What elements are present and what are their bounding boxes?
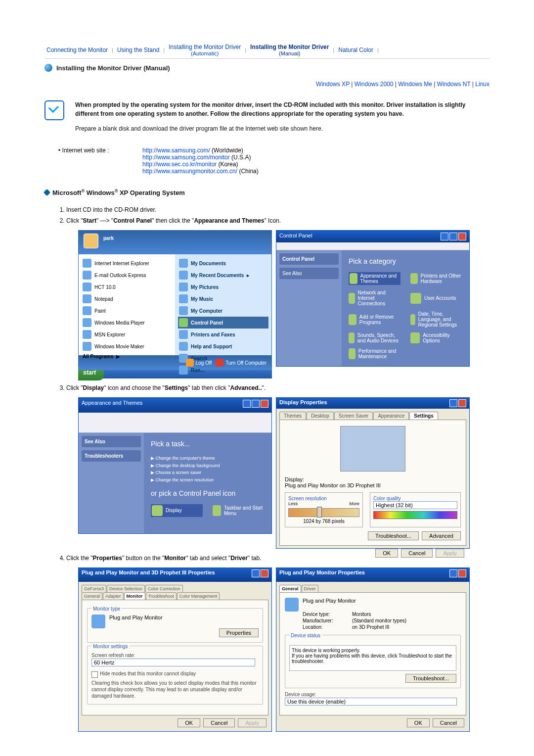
close-icon[interactable]: [261, 569, 268, 577]
apply-button[interactable]: Apply: [238, 718, 267, 727]
nav-install-auto-label: Installing the Monitor Driver: [169, 44, 241, 50]
cp-cat-appearance[interactable]: Appearance and Themes: [349, 272, 400, 285]
tab-colorcorr[interactable]: Color Correction: [145, 585, 183, 592]
logoff-button[interactable]: Log Off: [186, 359, 212, 367]
tab-colormgmt[interactable]: Color Management: [177, 592, 220, 600]
os-link-2000[interactable]: Windows 2000: [355, 81, 394, 88]
nav-connecting[interactable]: Connecting the Monitor: [44, 47, 110, 53]
nav-install-auto[interactable]: Installing the Monitor Driver (Automatic…: [167, 44, 243, 56]
task-item[interactable]: ▶ Change the desktop background: [151, 462, 265, 469]
tab-devsel[interactable]: Device Selection: [107, 585, 145, 592]
tab-general[interactable]: General: [279, 585, 301, 592]
sm-item[interactable]: My Computer: [178, 305, 268, 317]
sm-item[interactable]: E-mail Outlook Express: [82, 269, 172, 281]
res-label: Screen resolution: [288, 496, 359, 501]
section-title: Microsoft® Windows® XP Operating System: [52, 189, 185, 196]
link-usa[interactable]: http://www.samsung.com/monitor: [142, 154, 230, 161]
tab-settings[interactable]: Settings: [409, 412, 438, 420]
nav-natural-color[interactable]: Natural Color: [336, 47, 375, 53]
ok-button[interactable]: OK: [407, 718, 430, 727]
tab-driver[interactable]: Driver: [302, 585, 318, 592]
tab-appearance[interactable]: Appearance: [373, 412, 409, 420]
sm-item[interactable]: My Pictures: [178, 281, 268, 293]
close-icon[interactable]: [261, 400, 268, 408]
start-user: park: [79, 231, 271, 254]
min-icon[interactable]: [441, 233, 448, 240]
sm-control-panel[interactable]: Control Panel: [178, 317, 268, 329]
cp-sidebar: See Also: [279, 268, 339, 279]
cancel-button[interactable]: Cancel: [203, 718, 235, 727]
nav-install-manual-sub: (Manual): [250, 50, 329, 56]
help-icon[interactable]: [449, 399, 457, 407]
ok-button[interactable]: OK: [178, 718, 200, 727]
cp-cat[interactable]: Add or Remove Programs: [349, 311, 400, 328]
sm-all-programs[interactable]: All Programs ▶: [82, 352, 172, 361]
os-link-me[interactable]: Windows Me: [398, 81, 432, 88]
apply-button[interactable]: Apply: [436, 549, 464, 558]
os-link-linux[interactable]: Linux: [475, 81, 490, 88]
cancel-button[interactable]: Cancel: [433, 718, 464, 727]
resolution-slider[interactable]: [288, 508, 359, 517]
cp-icon-display[interactable]: Display: [151, 504, 203, 517]
cp-cat[interactable]: Date, Time, Language, and Regional Setti…: [410, 311, 462, 328]
sm-item[interactable]: Printers and Faxes: [178, 329, 268, 340]
link-korea[interactable]: http://www.sec.co.kr/monitor: [142, 161, 217, 168]
sm-item[interactable]: Paint: [82, 305, 172, 317]
cp-cat[interactable]: Network and Internet Connections: [349, 290, 400, 306]
usage-select[interactable]: Use this device (enable): [285, 698, 457, 706]
cp-cat[interactable]: Accessibility Options: [410, 332, 462, 343]
sm-item[interactable]: HCT 10.0: [82, 281, 172, 293]
max-icon[interactable]: [252, 400, 260, 408]
link-worldwide[interactable]: http://www.samsung.com/: [142, 147, 210, 154]
sm-item[interactable]: My Documents: [178, 257, 268, 269]
sm-item[interactable]: Internet Internet Explorer: [82, 257, 172, 269]
turnoff-button[interactable]: Turn Off Computer: [216, 359, 267, 367]
sm-item[interactable]: Help and Support: [178, 340, 268, 352]
tab-monitor[interactable]: Monitor: [124, 592, 145, 600]
cp-cat[interactable]: Printers and Other Hardware: [410, 272, 462, 285]
tab-general[interactable]: General: [82, 592, 102, 600]
troubleshoot-button[interactable]: Troubleshoot...: [405, 674, 456, 683]
tab-adapter[interactable]: Adapter: [103, 592, 124, 600]
color-bar: [373, 511, 457, 519]
sm-item[interactable]: MSN Explorer: [82, 329, 172, 340]
sm-item[interactable]: Windows Movie Maker: [82, 340, 172, 352]
tab-troubleshoot[interactable]: Troubleshoot: [146, 592, 177, 600]
cp-cat[interactable]: User Accounts: [410, 290, 462, 306]
link-china[interactable]: http://www.samsungmonitor.com.cn/: [142, 168, 237, 175]
close-icon[interactable]: [458, 399, 466, 407]
sm-item[interactable]: My Music: [178, 293, 268, 305]
close-icon[interactable]: [458, 569, 466, 577]
task-item[interactable]: ▶ Change the screen resolution: [151, 476, 265, 483]
advanced-button[interactable]: Advanced: [422, 531, 461, 540]
max-icon[interactable]: [449, 233, 457, 240]
cp-cat[interactable]: Sounds, Speech, and Audio Devices: [349, 332, 400, 343]
troubleshoot-button[interactable]: Troubleshoot...: [368, 531, 419, 540]
ok-button[interactable]: OK: [375, 549, 398, 558]
cp-cat[interactable]: Performance and Maintenance: [349, 348, 400, 359]
os-link-xp[interactable]: Windows XP: [316, 81, 350, 88]
os-link-nt[interactable]: Windows NT: [437, 81, 471, 88]
task-item[interactable]: ▶ Choose a screen saver: [151, 469, 265, 476]
task-item[interactable]: ▶ Change the computer's theme: [151, 455, 265, 462]
tab-themes[interactable]: Themes: [279, 412, 306, 420]
help-icon[interactable]: [252, 569, 260, 577]
nav-stand[interactable]: Using the Stand: [115, 47, 161, 53]
color-select[interactable]: Highest (32 bit): [373, 501, 457, 509]
close-icon[interactable]: [458, 233, 466, 240]
tab-geforce[interactable]: GeForce3: [82, 585, 106, 592]
cancel-button[interactable]: Cancel: [401, 549, 433, 558]
tab-screensaver[interactable]: Screen Saver: [334, 412, 373, 420]
tab-desktop[interactable]: Desktop: [307, 412, 334, 420]
properties-button[interactable]: Properties: [219, 628, 259, 637]
nav-install-manual[interactable]: Installing the Monitor Driver (Manual): [248, 44, 331, 56]
hide-modes-checkbox[interactable]: [91, 671, 98, 678]
min-icon[interactable]: [243, 400, 251, 408]
help-icon[interactable]: [449, 569, 457, 577]
screenshot-driver-properties: Plug and Play Monitor Properties General…: [276, 567, 470, 732]
sm-item[interactable]: Notepad: [82, 293, 172, 305]
refresh-select[interactable]: 60 Hertz: [91, 659, 255, 666]
cp-icon-taskbar[interactable]: Taskbar and Start Menu: [213, 504, 265, 517]
sm-item[interactable]: My Recent Documents ▸: [178, 269, 268, 281]
sm-item[interactable]: Windows Media Player: [82, 317, 172, 329]
